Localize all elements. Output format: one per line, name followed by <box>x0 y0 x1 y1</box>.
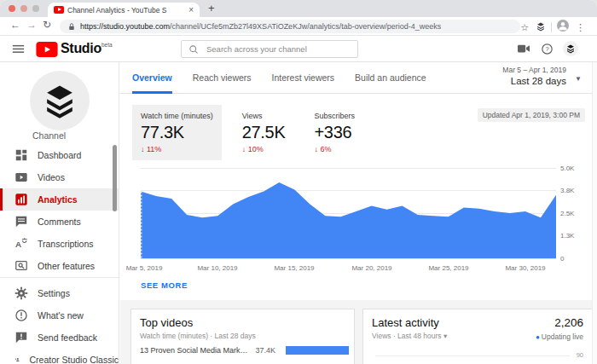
settings-gear-icon <box>14 286 28 300</box>
sidebar-item-other-features[interactable]: Other features <box>0 255 119 277</box>
search-icon <box>188 44 199 55</box>
sidebar-item-analytics[interactable]: Analytics <box>0 188 119 211</box>
metric-card-watch-time[interactable]: Watch time (minutes) 77.3K ↓ 11% <box>132 105 222 160</box>
metric-label: Views <box>242 112 286 120</box>
sidebar-section-label: Channel <box>32 130 66 141</box>
tab-overview[interactable]: Overview <box>132 62 172 94</box>
back-button[interactable]: ← <box>10 19 20 31</box>
sidebar: Channel Dashboard Videos Analytics <box>0 62 119 364</box>
channel-avatar[interactable] <box>30 71 90 130</box>
y-axis-tick: 1.3K <box>560 232 589 240</box>
layers-logo-icon <box>41 82 78 119</box>
browser-profile-avatar[interactable] <box>557 20 569 35</box>
forward-button[interactable]: → <box>26 19 37 31</box>
other-features-icon <box>14 259 28 273</box>
metric-label: Subscribers <box>314 112 355 120</box>
create-video-icon[interactable] <box>517 43 530 58</box>
videos-icon <box>14 170 28 184</box>
top-videos-subtitle: Watch time (minutes) · Last 28 days <box>140 332 256 340</box>
browser-tab-strip: Channel Analytics - YouTube S × + <box>0 0 597 17</box>
chart-baseline <box>141 258 556 259</box>
y-axis-tick: 3.8K <box>560 187 589 194</box>
hamburger-menu-icon[interactable] <box>12 43 25 59</box>
sidebar-scrollbar-thumb[interactable] <box>113 145 117 211</box>
updating-live-status: ●Updating live <box>536 332 583 341</box>
top-video-row[interactable]: 13 Proven Social Media Marketing Tips f.… <box>140 346 349 355</box>
tab-interest-viewers[interactable]: Interest viewers <box>272 62 335 94</box>
send-feedback-icon <box>14 331 28 344</box>
account-avatar[interactable] <box>563 41 578 56</box>
metric-card-views[interactable]: Views 27.5K ↓ 10% <box>234 105 294 160</box>
bottom-cards-area: Top videos Watch time (minutes) · Last 2… <box>120 300 597 364</box>
see-more-link[interactable]: SEE MORE <box>141 280 188 290</box>
studio-brand-text: Studio <box>61 41 101 56</box>
search-input[interactable] <box>206 44 343 54</box>
toolbar-divider <box>551 22 552 32</box>
latest-activity-title: Latest activity <box>372 316 439 329</box>
latest-activity-subtitle[interactable]: Views · Last 48 hours ▾ <box>372 332 447 340</box>
sidebar-item-label: Creator Studio Classic <box>30 355 119 364</box>
whats-new-icon <box>14 309 28 322</box>
chevron-down-icon: ▼ <box>575 75 582 83</box>
watch-time-area-chart[interactable] <box>141 168 556 258</box>
sidebar-item-comments[interactable]: Comments <box>0 211 119 233</box>
analytics-icon <box>14 193 28 206</box>
bookmark-star-icon[interactable]: ☆ <box>520 22 529 33</box>
metric-card-subscribers[interactable]: Subscribers +336 ↓ 6% <box>305 105 363 160</box>
address-bar[interactable]: https://studio.youtube.com/channel/UCfe5… <box>60 20 520 33</box>
metric-delta: ↓ 10% <box>242 145 286 153</box>
tab-build-an-audience[interactable]: Build an audience <box>355 62 426 94</box>
window-minimize-button[interactable] <box>20 5 27 12</box>
channel-search-box[interactable] <box>181 40 358 58</box>
tab-close-icon[interactable]: × <box>188 6 194 14</box>
analytics-tabs-row: Overview Reach viewers Interest viewers … <box>120 62 597 94</box>
page-scrollbar[interactable] <box>592 62 597 364</box>
help-icon[interactable]: ? <box>541 43 554 59</box>
x-axis-tick: Mar 20, 2019 <box>351 264 391 272</box>
svg-text:?: ? <box>545 45 548 53</box>
chevron-down-icon: ▾ <box>443 332 447 340</box>
tab-reach-viewers[interactable]: Reach viewers <box>193 62 252 94</box>
sidebar-item-send-feedback[interactable]: Send feedback <box>0 326 119 349</box>
extension-layers-icon[interactable] <box>536 20 546 35</box>
x-axis-tick: Mar 15, 2019 <box>274 264 314 272</box>
metric-value: +336 <box>314 123 355 142</box>
x-axis-tick: Mar 30, 2019 <box>505 264 545 272</box>
comments-icon <box>14 215 28 228</box>
reload-button[interactable]: ↻ <box>43 19 51 31</box>
date-range-text: Mar 5 – Apr 1, 2019 <box>502 66 566 74</box>
browser-tab[interactable]: Channel Analytics - YouTube S × <box>48 3 200 17</box>
date-period-label: Last 28 days <box>502 76 566 86</box>
window-close-button[interactable] <box>9 5 15 12</box>
x-axis-tick: Mar 10, 2019 <box>197 264 237 272</box>
sidebar-item-settings[interactable]: Settings <box>0 282 119 304</box>
live-dot-icon: ● <box>536 333 540 341</box>
padlock-icon[interactable] <box>67 22 76 32</box>
layers-logo-icon <box>565 43 576 54</box>
sidebar-item-whats-new[interactable]: What's new <box>0 304 119 326</box>
x-axis-tick: Mar 5, 2019 <box>126 264 163 272</box>
sidebar-item-transcriptions[interactable]: A Transcriptions <box>0 233 119 255</box>
svg-text:A: A <box>15 240 21 249</box>
metric-delta: ↓ 6% <box>314 145 355 153</box>
new-tab-button[interactable]: + <box>208 2 215 14</box>
studio-header: Studio beta ? <box>0 36 597 62</box>
y-axis-tick: 5.0K <box>560 165 589 172</box>
sidebar-item-label: Other features <box>38 261 95 271</box>
date-range-picker[interactable]: Mar 5 – Apr 1, 2019 Last 28 days ▼ <box>502 66 566 86</box>
latest-activity-subtitle-text: Views · Last 48 hours <box>372 332 442 340</box>
updated-badge: Updated Apr 1, 2019, 3:00 PM <box>478 108 585 122</box>
sidebar-item-creator-studio-classic[interactable]: Creator Studio Classic <box>0 349 119 364</box>
browser-url-bar: ← → ↻ https://studio.youtube.com/channel… <box>0 17 597 36</box>
sidebar-item-label: Settings <box>38 288 70 298</box>
window-zoom-button[interactable] <box>32 5 39 12</box>
sidebar-item-videos[interactable]: Videos <box>0 166 119 188</box>
sidebar-item-dashboard[interactable]: Dashboard <box>0 144 119 166</box>
sidebar-item-label: What's new <box>38 310 84 321</box>
browser-menu-icon[interactable]: ⋮ <box>576 22 585 33</box>
sidebar-item-label: Analytics <box>38 194 78 205</box>
creator-studio-classic-icon <box>14 353 20 364</box>
youtube-logo[interactable] <box>36 42 58 61</box>
url-path: /channel/UCfe5mZb27l49XSATiOZeKJw/analyt… <box>170 22 441 31</box>
top-video-value: 37.4K <box>255 346 279 355</box>
